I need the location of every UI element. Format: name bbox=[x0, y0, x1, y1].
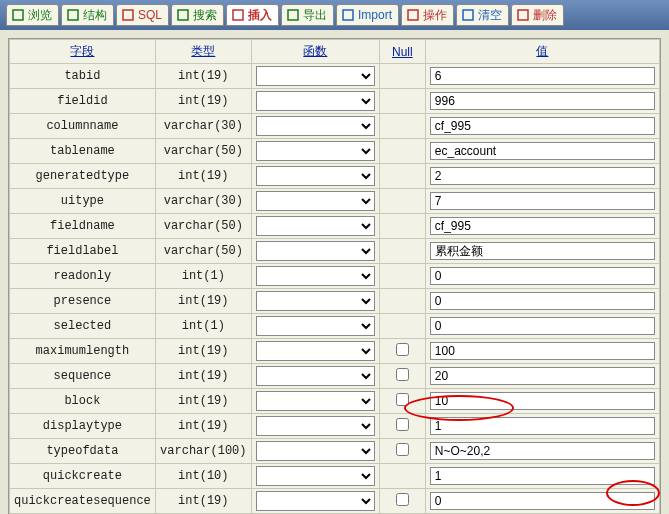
value-input[interactable] bbox=[430, 392, 655, 410]
tab-sql[interactable]: SQL bbox=[116, 4, 169, 26]
field-type: int(19) bbox=[155, 89, 251, 114]
value-input[interactable] bbox=[430, 367, 655, 385]
function-select[interactable] bbox=[256, 66, 375, 86]
value-input[interactable] bbox=[430, 167, 655, 185]
value-input[interactable] bbox=[430, 492, 655, 510]
field-name: columnname bbox=[10, 114, 156, 139]
field-name: fieldlabel bbox=[10, 239, 156, 264]
function-select[interactable] bbox=[256, 141, 375, 161]
value-input[interactable] bbox=[430, 442, 655, 460]
header-null[interactable]: Null bbox=[379, 40, 425, 64]
svg-rect-2 bbox=[123, 10, 133, 20]
function-select[interactable] bbox=[256, 166, 375, 186]
value-input[interactable] bbox=[430, 267, 655, 285]
tab-search[interactable]: 搜索 bbox=[171, 4, 224, 26]
insert-icon bbox=[231, 8, 245, 22]
value-input[interactable] bbox=[430, 242, 655, 260]
tab-label: 操作 bbox=[423, 7, 447, 24]
function-select[interactable] bbox=[256, 216, 375, 236]
field-name: typeofdata bbox=[10, 439, 156, 464]
function-select[interactable] bbox=[256, 466, 375, 486]
value-input[interactable] bbox=[430, 92, 655, 110]
field-name: sequence bbox=[10, 364, 156, 389]
table-row: sequenceint(19) bbox=[10, 364, 660, 389]
tab-label: 结构 bbox=[83, 7, 107, 24]
field-type: int(19) bbox=[155, 64, 251, 89]
value-input[interactable] bbox=[430, 67, 655, 85]
value-input[interactable] bbox=[430, 142, 655, 160]
null-checkbox[interactable] bbox=[396, 343, 409, 356]
tab-export[interactable]: 导出 bbox=[281, 4, 334, 26]
browse-icon bbox=[11, 8, 25, 22]
field-name: readonly bbox=[10, 264, 156, 289]
table-row: fieldidint(19) bbox=[10, 89, 660, 114]
field-type: varchar(50) bbox=[155, 139, 251, 164]
field-name: quickcreatesequence bbox=[10, 489, 156, 514]
function-select[interactable] bbox=[256, 291, 375, 311]
function-select[interactable] bbox=[256, 366, 375, 386]
function-select[interactable] bbox=[256, 316, 375, 336]
table-row: readonlyint(1) bbox=[10, 264, 660, 289]
header-value[interactable]: 值 bbox=[425, 40, 659, 64]
tab-structure[interactable]: 结构 bbox=[61, 4, 114, 26]
function-select[interactable] bbox=[256, 191, 375, 211]
table-row: displaytypeint(19) bbox=[10, 414, 660, 439]
tab-drop[interactable]: 删除 bbox=[511, 4, 564, 26]
function-select[interactable] bbox=[256, 116, 375, 136]
header-field[interactable]: 字段 bbox=[10, 40, 156, 64]
value-input[interactable] bbox=[430, 467, 655, 485]
null-checkbox[interactable] bbox=[396, 443, 409, 456]
field-type: int(19) bbox=[155, 339, 251, 364]
table-row: columnnamevarchar(30) bbox=[10, 114, 660, 139]
function-select[interactable] bbox=[256, 416, 375, 436]
value-input[interactable] bbox=[430, 417, 655, 435]
table-row: tabidint(19) bbox=[10, 64, 660, 89]
value-input[interactable] bbox=[430, 192, 655, 210]
function-select[interactable] bbox=[256, 391, 375, 411]
value-input[interactable] bbox=[430, 342, 655, 360]
svg-rect-0 bbox=[13, 10, 23, 20]
structure-icon bbox=[66, 8, 80, 22]
field-type: int(1) bbox=[155, 314, 251, 339]
value-input[interactable] bbox=[430, 217, 655, 235]
tab-label: 删除 bbox=[533, 7, 557, 24]
tab-operations[interactable]: 操作 bbox=[401, 4, 454, 26]
field-type: int(19) bbox=[155, 289, 251, 314]
value-input[interactable] bbox=[430, 292, 655, 310]
tab-insert[interactable]: 插入 bbox=[226, 4, 279, 26]
import-icon bbox=[341, 8, 355, 22]
value-input[interactable] bbox=[430, 117, 655, 135]
field-type: varchar(50) bbox=[155, 239, 251, 264]
header-function[interactable]: 函数 bbox=[251, 40, 379, 64]
svg-rect-3 bbox=[178, 10, 188, 20]
null-checkbox[interactable] bbox=[396, 493, 409, 506]
tab-empty[interactable]: 清空 bbox=[456, 4, 509, 26]
field-type: int(19) bbox=[155, 489, 251, 514]
null-checkbox[interactable] bbox=[396, 393, 409, 406]
function-select[interactable] bbox=[256, 91, 375, 111]
tab-browse[interactable]: 浏览 bbox=[6, 4, 59, 26]
field-type: varchar(30) bbox=[155, 189, 251, 214]
field-type: varchar(30) bbox=[155, 114, 251, 139]
function-select[interactable] bbox=[256, 491, 375, 511]
null-checkbox[interactable] bbox=[396, 418, 409, 431]
tab-label: 浏览 bbox=[28, 7, 52, 24]
table-row: selectedint(1) bbox=[10, 314, 660, 339]
tab-label: 导出 bbox=[303, 7, 327, 24]
function-select[interactable] bbox=[256, 341, 375, 361]
field-name: tablename bbox=[10, 139, 156, 164]
field-type: int(1) bbox=[155, 264, 251, 289]
header-type[interactable]: 类型 bbox=[155, 40, 251, 64]
table-row: quickcreateint(10) bbox=[10, 464, 660, 489]
empty-icon bbox=[461, 8, 475, 22]
operations-icon bbox=[406, 8, 420, 22]
function-select[interactable] bbox=[256, 241, 375, 261]
tab-import[interactable]: Import bbox=[336, 4, 399, 26]
null-checkbox[interactable] bbox=[396, 368, 409, 381]
function-select[interactable] bbox=[256, 266, 375, 286]
svg-rect-1 bbox=[68, 10, 78, 20]
function-select[interactable] bbox=[256, 441, 375, 461]
value-input[interactable] bbox=[430, 317, 655, 335]
field-type: int(19) bbox=[155, 414, 251, 439]
table-row: presenceint(19) bbox=[10, 289, 660, 314]
